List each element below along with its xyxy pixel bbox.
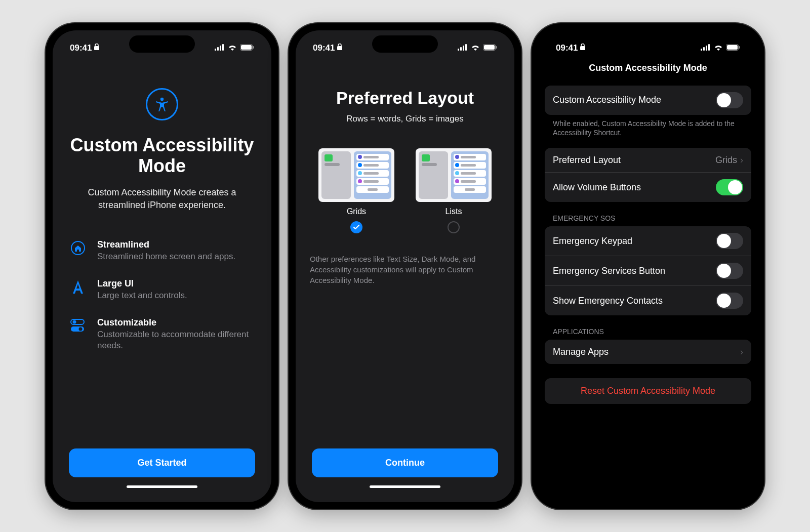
- radio-selected[interactable]: [350, 221, 362, 233]
- layout-note: Other preferences like Text Size, Dark M…: [308, 254, 502, 285]
- screen-layout: 09:41 Preferred Layout Rows = words, Gri…: [296, 30, 514, 502]
- toggle-allow-volume[interactable]: [716, 179, 743, 195]
- battery-icon: [726, 43, 740, 53]
- feature-desc: Customizable to accommodate different ne…: [97, 329, 259, 351]
- grids-thumbnail: [318, 148, 394, 202]
- feature-large-ui: Large UI Large text and controls.: [69, 278, 259, 301]
- row-preferred-layout[interactable]: Preferred Layout Grids ›: [545, 148, 751, 172]
- radio-unselected[interactable]: [448, 221, 460, 233]
- intro-description: Custom Accessibility Mode creates a stre…: [65, 186, 259, 211]
- feature-title: Customizable: [97, 317, 259, 328]
- status-time: 09:41: [556, 43, 578, 53]
- home-indicator[interactable]: [370, 485, 440, 488]
- svg-point-8: [160, 97, 164, 100]
- layout-label: Lists: [446, 207, 462, 216]
- screen-settings: 09:41 Custom Accessibility Mode Custom A…: [539, 30, 757, 502]
- feature-desc: Streamlined home screen and apps.: [97, 251, 235, 262]
- layout-option-grids[interactable]: Grids: [318, 148, 394, 233]
- wifi-icon: [471, 43, 480, 53]
- battery-icon: [483, 43, 497, 53]
- phone-mockup-1: 09:41 Custom Accessibility Mode Custom A…: [46, 23, 278, 509]
- get-started-button[interactable]: Get Started: [69, 448, 255, 477]
- svg-point-13: [79, 328, 83, 331]
- toggle-emergency-services[interactable]: [716, 263, 743, 279]
- lock-icon: [337, 43, 343, 53]
- status-time: 09:41: [70, 43, 92, 53]
- svg-rect-6: [241, 45, 252, 50]
- status-time: 09:41: [313, 43, 335, 53]
- svg-rect-21: [496, 46, 497, 49]
- wifi-icon: [714, 43, 723, 53]
- svg-rect-24: [703, 47, 705, 51]
- row-label: Preferred Layout: [553, 155, 621, 166]
- intro-title: Custom Accessibility Mode: [65, 135, 259, 177]
- reset-button[interactable]: Reset Custom Accessibility Mode: [545, 378, 751, 404]
- settings-group-main: Custom Accessibility Mode: [545, 86, 751, 115]
- continue-button[interactable]: Continue: [312, 448, 498, 477]
- svg-rect-29: [739, 46, 740, 49]
- settings-group-emergency: Emergency Keypad Emergency Services Butt…: [545, 226, 751, 315]
- toggle-emergency-keypad[interactable]: [716, 233, 743, 249]
- svg-rect-23: [701, 49, 702, 51]
- svg-rect-16: [460, 47, 462, 51]
- settings-group-layout: Preferred Layout Grids › Allow Volume Bu…: [545, 148, 751, 202]
- svg-rect-28: [727, 45, 738, 50]
- svg-rect-22: [580, 46, 585, 50]
- lock-icon: [94, 43, 100, 53]
- intro-icon-container: [65, 88, 259, 120]
- screen-intro: 09:41 Custom Accessibility Mode Custom A…: [53, 30, 271, 502]
- feature-customizable: Customizable Customizable to accommodate…: [69, 317, 259, 351]
- feature-title: Streamlined: [97, 239, 235, 250]
- svg-rect-20: [484, 45, 495, 50]
- phone-mockup-2: 09:41 Preferred Layout Rows = words, Gri…: [289, 23, 521, 509]
- row-value: Grids: [715, 155, 737, 166]
- row-label: Manage Apps: [553, 347, 609, 357]
- signal-icon: [215, 43, 225, 53]
- layout-label: Grids: [347, 207, 366, 216]
- row-allow-volume[interactable]: Allow Volume Buttons: [545, 172, 751, 202]
- svg-rect-0: [94, 46, 99, 50]
- feature-list: Streamlined Streamlined home screen and …: [65, 239, 259, 351]
- lists-thumbnail: [416, 148, 492, 202]
- preferred-layout-title: Preferred Layout: [308, 88, 502, 108]
- row-label: Allow Volume Buttons: [553, 182, 641, 193]
- signal-icon: [458, 43, 468, 53]
- chevron-right-icon: ›: [740, 155, 743, 166]
- row-emergency-services[interactable]: Emergency Services Button: [545, 256, 751, 285]
- row-label: Emergency Services Button: [553, 266, 665, 276]
- toggle-emergency-contacts[interactable]: [716, 293, 743, 309]
- home-indicator[interactable]: [127, 485, 197, 488]
- svg-rect-4: [222, 44, 224, 51]
- row-manage-apps[interactable]: Manage Apps ›: [545, 340, 751, 364]
- row-emergency-contacts[interactable]: Show Emergency Contacts: [545, 285, 751, 315]
- status-bar: 09:41: [296, 30, 514, 58]
- feature-desc: Large text and controls.: [97, 290, 187, 301]
- row-custom-accessibility-mode[interactable]: Custom Accessibility Mode: [545, 86, 751, 115]
- preferred-layout-subtitle: Rows = words, Grids = images: [308, 114, 502, 124]
- signal-icon: [701, 43, 711, 53]
- home-icon: [69, 239, 87, 256]
- svg-rect-18: [465, 44, 467, 51]
- group-header-applications: APPLICATIONS: [545, 315, 751, 340]
- svg-rect-15: [458, 49, 459, 51]
- phone-mockup-3: 09:41 Custom Accessibility Mode Custom A…: [532, 23, 764, 509]
- svg-rect-7: [253, 46, 254, 49]
- chevron-right-icon: ›: [740, 347, 743, 357]
- settings-group-applications: Manage Apps ›: [545, 340, 751, 364]
- svg-rect-14: [337, 46, 342, 50]
- group-header-emergency: EMERGENCY SOS: [545, 202, 751, 226]
- row-emergency-keypad[interactable]: Emergency Keypad: [545, 226, 751, 256]
- settings-header: Custom Accessibility Mode: [539, 63, 757, 73]
- layout-option-lists[interactable]: Lists: [416, 148, 492, 233]
- row-label: Emergency Keypad: [553, 236, 632, 247]
- svg-rect-25: [706, 46, 707, 51]
- toggle-custom-accessibility[interactable]: [716, 92, 743, 108]
- row-label: Show Emergency Contacts: [553, 296, 663, 306]
- status-bar: 09:41: [539, 30, 757, 58]
- svg-point-11: [73, 320, 76, 324]
- group-footer-main: While enabled, Custom Accessibility Mode…: [545, 115, 751, 138]
- row-label: Custom Accessibility Mode: [553, 95, 661, 105]
- accessibility-icon: [146, 88, 178, 120]
- svg-rect-2: [217, 47, 219, 51]
- feature-streamlined: Streamlined Streamlined home screen and …: [69, 239, 259, 262]
